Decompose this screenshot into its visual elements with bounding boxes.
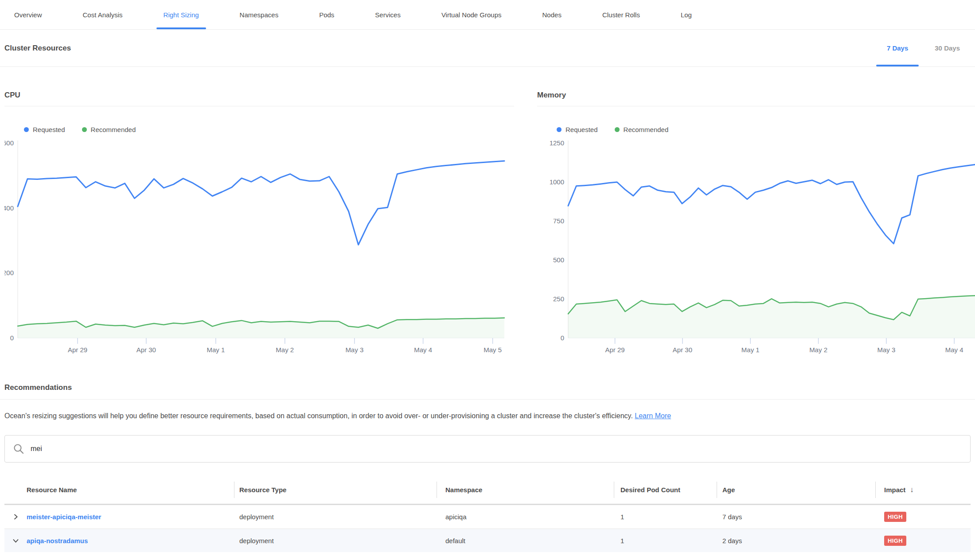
legend-item-recommended[interactable]: Recommended xyxy=(615,126,669,133)
recommendations-title: Recommendations xyxy=(4,383,975,392)
header-cell-resource-type[interactable]: Resource Type xyxy=(234,476,437,504)
header-label: Resource Name xyxy=(27,486,77,494)
svg-text:1250: 1250 xyxy=(550,140,564,147)
header-cell-impact[interactable]: Impact↓ xyxy=(875,476,971,504)
svg-text:250: 250 xyxy=(553,295,564,303)
svg-text:1000: 1000 xyxy=(550,178,564,186)
cell-namespace: default xyxy=(437,537,614,544)
legend-item-recommended[interactable]: Recommended xyxy=(82,126,136,133)
series-requested-line xyxy=(568,165,975,244)
cell-desired-pod-count: 1 xyxy=(614,537,717,544)
impact-badge: HIGH xyxy=(884,512,906,522)
top-nav: OverviewCost AnalysisRight SizingNamespa… xyxy=(0,0,975,30)
expand-row-button[interactable] xyxy=(4,505,27,529)
legend-item-requested[interactable]: Requested xyxy=(24,126,65,133)
svg-text:Apr 30: Apr 30 xyxy=(673,346,692,354)
svg-text:May 2: May 2 xyxy=(809,346,827,354)
chart-title-cpu: CPU xyxy=(4,91,514,106)
chevron-right-icon xyxy=(12,513,20,521)
recommendations-description-text: Ocean's resizing suggestions will help y… xyxy=(4,412,633,420)
chart-legend: RequestedRecommended xyxy=(24,126,514,133)
svg-text:200: 200 xyxy=(4,269,14,276)
collapse-row-button[interactable] xyxy=(4,529,27,552)
tab-right-sizing[interactable]: Right Sizing xyxy=(156,0,206,29)
tab-log[interactable]: Log xyxy=(674,0,699,29)
tab-namespaces[interactable]: Namespaces xyxy=(233,0,286,29)
search-input[interactable] xyxy=(31,445,962,453)
recommendations-table: Resource NameResource TypeNamespaceDesir… xyxy=(4,476,971,552)
legend-item-requested[interactable]: Requested xyxy=(557,126,598,133)
chart-title-memory: Memory xyxy=(537,91,975,106)
resource-name-link[interactable]: meister-apiciqa-meister xyxy=(27,513,101,521)
table-body: meister-apiciqa-meisterdeploymentapiciqa… xyxy=(4,505,971,552)
chart-memory: 025050075010001250Apr 29Apr 30May 1May 2… xyxy=(537,140,975,358)
chart-panel-memory: MemoryRequestedRecommended02505007501000… xyxy=(537,91,975,358)
header-cell-namespace[interactable]: Namespace xyxy=(437,476,614,504)
tab-services[interactable]: Services xyxy=(368,0,408,29)
series-requested-line xyxy=(18,161,504,245)
table-row: meister-apiciqa-meisterdeploymentapiciqa… xyxy=(4,505,971,529)
svg-text:Apr 30: Apr 30 xyxy=(136,346,156,354)
legend-label: Recommended xyxy=(624,126,669,133)
charts-row: CPURequestedRecommended0200400600Apr 29A… xyxy=(0,91,975,358)
cell-impact: HIGH xyxy=(875,536,971,546)
tab-pods[interactable]: Pods xyxy=(312,0,341,29)
cell-resource-type: deployment xyxy=(234,513,437,521)
cell-namespace: apiciqa xyxy=(437,513,614,521)
header-cell-desired-pod-count[interactable]: Desired Pod Count xyxy=(614,476,717,504)
svg-text:May 4: May 4 xyxy=(945,346,963,354)
legend-dot-requested xyxy=(557,127,562,132)
legend-label: Requested xyxy=(566,126,598,133)
resource-name-link[interactable]: apiqa-nostradamus xyxy=(27,537,88,544)
table-row: apiqa-nostradamusdeploymentdefault12 day… xyxy=(4,529,971,552)
chart-legend: RequestedRecommended xyxy=(557,126,975,133)
svg-text:500: 500 xyxy=(553,256,564,264)
header-cell-resource-name[interactable]: Resource Name xyxy=(27,476,234,504)
cell-resource-name: apiqa-nostradamus xyxy=(27,537,234,544)
tab-cost-analysis[interactable]: Cost Analysis xyxy=(76,0,130,29)
svg-text:600: 600 xyxy=(4,140,14,147)
impact-badge: HIGH xyxy=(884,536,906,546)
cell-age: 7 days xyxy=(717,513,875,521)
resource-search-box xyxy=(4,435,971,463)
header-label: Impact xyxy=(884,486,905,494)
header-cell-age[interactable]: Age xyxy=(717,476,875,504)
header-label: Resource Type xyxy=(239,486,286,494)
recommendations-description: Ocean's resizing suggestions will help y… xyxy=(4,411,971,421)
legend-label: Recommended xyxy=(91,126,136,133)
legend-dot-recommended xyxy=(82,127,87,132)
svg-text:May 3: May 3 xyxy=(877,346,895,354)
cell-resource-type: deployment xyxy=(234,537,437,544)
header-cell-expander xyxy=(4,476,27,504)
svg-text:0: 0 xyxy=(561,334,564,342)
legend-label: Requested xyxy=(33,126,65,133)
svg-text:0: 0 xyxy=(10,334,14,342)
cell-desired-pod-count: 1 xyxy=(614,513,717,521)
learn-more-link[interactable]: Learn More xyxy=(635,412,671,420)
range-option-30-days[interactable]: 30 Days xyxy=(921,30,973,66)
legend-dot-recommended xyxy=(615,127,620,132)
tab-nodes[interactable]: Nodes xyxy=(535,0,569,29)
svg-text:Apr 29: Apr 29 xyxy=(605,346,624,354)
tab-cluster-rolls[interactable]: Cluster Rolls xyxy=(595,0,647,29)
legend-dot-requested xyxy=(24,127,29,132)
tab-overview[interactable]: Overview xyxy=(7,0,49,29)
search-icon xyxy=(13,443,24,455)
cluster-resources-title: Cluster Resources xyxy=(4,44,71,53)
tab-virtual-node-groups[interactable]: Virtual Node Groups xyxy=(434,0,509,29)
cluster-resources-header: Cluster Resources 7 Days30 Days xyxy=(0,30,975,67)
header-label: Desired Pod Count xyxy=(620,486,680,494)
svg-text:May 4: May 4 xyxy=(414,346,432,354)
svg-text:May 1: May 1 xyxy=(741,346,760,354)
cell-age: 2 days xyxy=(717,537,875,544)
range-option-7-days[interactable]: 7 Days xyxy=(874,30,921,66)
svg-text:May 1: May 1 xyxy=(207,346,225,354)
divider xyxy=(0,399,975,400)
sort-desc-icon[interactable]: ↓ xyxy=(910,486,914,494)
svg-text:750: 750 xyxy=(553,217,564,225)
cell-resource-name: meister-apiciqa-meister xyxy=(27,513,234,521)
chevron-down-icon xyxy=(12,537,20,544)
svg-text:May 5: May 5 xyxy=(484,346,502,354)
svg-text:May 3: May 3 xyxy=(345,346,363,354)
table-header: Resource NameResource TypeNamespaceDesir… xyxy=(4,476,971,505)
